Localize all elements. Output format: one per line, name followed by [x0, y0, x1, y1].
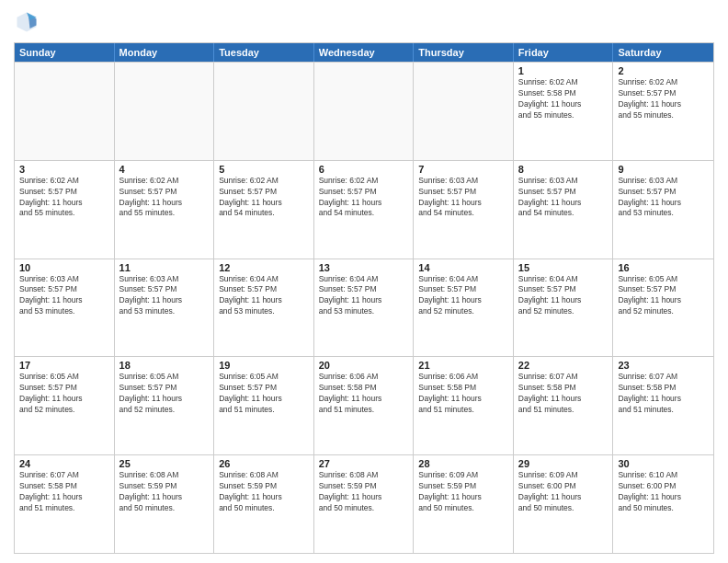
day-cell-30: 30Sunrise: 6:10 AM Sunset: 6:00 PM Dayli… — [613, 455, 713, 553]
day-number: 24 — [19, 458, 109, 469]
day-number: 16 — [618, 262, 709, 273]
logo — [14, 9, 43, 35]
day-cell-13: 13Sunrise: 6:04 AM Sunset: 5:57 PM Dayli… — [314, 259, 415, 357]
day-info: Sunrise: 6:08 AM Sunset: 5:59 PM Dayligh… — [319, 470, 409, 514]
day-cell-22: 22Sunrise: 6:07 AM Sunset: 5:58 PM Dayli… — [514, 357, 614, 454]
day-cell-26: 26Sunrise: 6:08 AM Sunset: 5:59 PM Dayli… — [214, 455, 314, 553]
day-info: Sunrise: 6:02 AM Sunset: 5:57 PM Dayligh… — [219, 176, 309, 220]
day-cell-3: 3Sunrise: 6:02 AM Sunset: 5:57 PM Daylig… — [15, 161, 115, 259]
header-day-wednesday: Wednesday — [314, 43, 415, 62]
day-info: Sunrise: 6:09 AM Sunset: 6:00 PM Dayligh… — [518, 470, 609, 514]
day-cell-19: 19Sunrise: 6:05 AM Sunset: 5:57 PM Dayli… — [214, 357, 314, 454]
day-info: Sunrise: 6:03 AM Sunset: 5:57 PM Dayligh… — [119, 274, 210, 318]
day-number: 17 — [19, 360, 109, 371]
calendar-row-4: 17Sunrise: 6:05 AM Sunset: 5:57 PM Dayli… — [15, 356, 713, 454]
day-info: Sunrise: 6:10 AM Sunset: 6:00 PM Dayligh… — [618, 470, 709, 514]
day-info: Sunrise: 6:05 AM Sunset: 5:57 PM Dayligh… — [618, 274, 709, 318]
calendar-body: 1Sunrise: 6:02 AM Sunset: 5:58 PM Daylig… — [15, 62, 713, 553]
day-info: Sunrise: 6:08 AM Sunset: 5:59 PM Dayligh… — [119, 470, 210, 514]
empty-cell — [115, 63, 215, 160]
calendar-row-3: 10Sunrise: 6:03 AM Sunset: 5:57 PM Dayli… — [15, 259, 713, 357]
day-number: 7 — [418, 164, 508, 175]
day-cell-12: 12Sunrise: 6:04 AM Sunset: 5:57 PM Dayli… — [214, 259, 314, 357]
day-number: 30 — [618, 458, 709, 469]
day-cell-2: 2Sunrise: 6:02 AM Sunset: 5:57 PM Daylig… — [613, 63, 713, 160]
header-day-sunday: Sunday — [15, 43, 115, 62]
calendar: SundayMondayTuesdayWednesdayThursdayFrid… — [14, 42, 714, 554]
day-info: Sunrise: 6:02 AM Sunset: 5:57 PM Dayligh… — [19, 176, 109, 220]
day-info: Sunrise: 6:02 AM Sunset: 5:57 PM Dayligh… — [119, 176, 210, 220]
day-number: 19 — [219, 360, 309, 371]
day-number: 25 — [119, 458, 210, 469]
day-number: 10 — [19, 262, 109, 273]
day-cell-6: 6Sunrise: 6:02 AM Sunset: 5:57 PM Daylig… — [314, 161, 415, 259]
day-number: 22 — [518, 360, 609, 371]
day-cell-25: 25Sunrise: 6:08 AM Sunset: 5:59 PM Dayli… — [115, 455, 215, 553]
day-number: 9 — [618, 164, 709, 175]
day-number: 28 — [418, 458, 508, 469]
header-day-thursday: Thursday — [414, 43, 514, 62]
page: SundayMondayTuesdayWednesdayThursdayFrid… — [0, 0, 728, 563]
day-cell-28: 28Sunrise: 6:09 AM Sunset: 5:59 PM Dayli… — [414, 455, 514, 553]
calendar-row-1: 1Sunrise: 6:02 AM Sunset: 5:58 PM Daylig… — [15, 62, 713, 160]
day-info: Sunrise: 6:09 AM Sunset: 5:59 PM Dayligh… — [418, 470, 508, 514]
day-number: 5 — [219, 164, 309, 175]
day-cell-9: 9Sunrise: 6:03 AM Sunset: 5:57 PM Daylig… — [613, 161, 713, 259]
day-number: 4 — [119, 164, 210, 175]
header-day-tuesday: Tuesday — [214, 43, 314, 62]
day-info: Sunrise: 6:04 AM Sunset: 5:57 PM Dayligh… — [418, 274, 508, 318]
calendar-row-2: 3Sunrise: 6:02 AM Sunset: 5:57 PM Daylig… — [15, 160, 713, 259]
day-cell-4: 4Sunrise: 6:02 AM Sunset: 5:57 PM Daylig… — [115, 161, 215, 259]
day-number: 20 — [319, 360, 409, 371]
day-number: 18 — [119, 360, 210, 371]
day-info: Sunrise: 6:04 AM Sunset: 5:57 PM Dayligh… — [219, 274, 309, 318]
header-day-monday: Monday — [115, 43, 215, 62]
empty-cell — [214, 63, 314, 160]
day-cell-15: 15Sunrise: 6:04 AM Sunset: 5:57 PM Dayli… — [514, 259, 614, 357]
empty-cell — [314, 63, 415, 160]
day-number: 11 — [119, 262, 210, 273]
day-number: 26 — [219, 458, 309, 469]
day-cell-24: 24Sunrise: 6:07 AM Sunset: 5:58 PM Dayli… — [15, 455, 115, 553]
day-info: Sunrise: 6:03 AM Sunset: 5:57 PM Dayligh… — [418, 176, 508, 220]
day-cell-18: 18Sunrise: 6:05 AM Sunset: 5:57 PM Dayli… — [115, 357, 215, 454]
day-cell-14: 14Sunrise: 6:04 AM Sunset: 5:57 PM Dayli… — [414, 259, 514, 357]
day-info: Sunrise: 6:07 AM Sunset: 5:58 PM Dayligh… — [19, 470, 109, 514]
day-info: Sunrise: 6:03 AM Sunset: 5:57 PM Dayligh… — [618, 176, 709, 220]
day-number: 13 — [319, 262, 409, 273]
day-cell-21: 21Sunrise: 6:06 AM Sunset: 5:58 PM Dayli… — [414, 357, 514, 454]
empty-cell — [414, 63, 514, 160]
day-cell-20: 20Sunrise: 6:06 AM Sunset: 5:58 PM Dayli… — [314, 357, 415, 454]
day-number: 3 — [19, 164, 109, 175]
day-number: 14 — [418, 262, 508, 273]
day-info: Sunrise: 6:07 AM Sunset: 5:58 PM Dayligh… — [618, 372, 709, 416]
logo-icon — [14, 9, 40, 35]
calendar-header: SundayMondayTuesdayWednesdayThursdayFrid… — [15, 43, 713, 62]
day-number: 27 — [319, 458, 409, 469]
day-cell-5: 5Sunrise: 6:02 AM Sunset: 5:57 PM Daylig… — [214, 161, 314, 259]
day-info: Sunrise: 6:05 AM Sunset: 5:57 PM Dayligh… — [19, 372, 109, 416]
day-cell-23: 23Sunrise: 6:07 AM Sunset: 5:58 PM Dayli… — [613, 357, 713, 454]
day-info: Sunrise: 6:06 AM Sunset: 5:58 PM Dayligh… — [319, 372, 409, 416]
day-info: Sunrise: 6:04 AM Sunset: 5:57 PM Dayligh… — [518, 274, 609, 318]
day-number: 12 — [219, 262, 309, 273]
day-cell-16: 16Sunrise: 6:05 AM Sunset: 5:57 PM Dayli… — [613, 259, 713, 357]
day-info: Sunrise: 6:03 AM Sunset: 5:57 PM Dayligh… — [19, 274, 109, 318]
day-info: Sunrise: 6:06 AM Sunset: 5:58 PM Dayligh… — [418, 372, 508, 416]
day-cell-29: 29Sunrise: 6:09 AM Sunset: 6:00 PM Dayli… — [514, 455, 614, 553]
day-number: 1 — [518, 65, 609, 76]
header — [14, 9, 714, 35]
day-cell-1: 1Sunrise: 6:02 AM Sunset: 5:58 PM Daylig… — [514, 63, 614, 160]
day-info: Sunrise: 6:05 AM Sunset: 5:57 PM Dayligh… — [219, 372, 309, 416]
day-cell-7: 7Sunrise: 6:03 AM Sunset: 5:57 PM Daylig… — [414, 161, 514, 259]
day-cell-17: 17Sunrise: 6:05 AM Sunset: 5:57 PM Dayli… — [15, 357, 115, 454]
day-info: Sunrise: 6:05 AM Sunset: 5:57 PM Dayligh… — [119, 372, 210, 416]
empty-cell — [15, 63, 115, 160]
day-info: Sunrise: 6:04 AM Sunset: 5:57 PM Dayligh… — [319, 274, 409, 318]
day-number: 15 — [518, 262, 609, 273]
day-number: 2 — [618, 65, 709, 76]
day-number: 23 — [618, 360, 709, 371]
day-info: Sunrise: 6:08 AM Sunset: 5:59 PM Dayligh… — [219, 470, 309, 514]
day-cell-8: 8Sunrise: 6:03 AM Sunset: 5:57 PM Daylig… — [514, 161, 614, 259]
day-info: Sunrise: 6:02 AM Sunset: 5:58 PM Dayligh… — [518, 77, 609, 121]
